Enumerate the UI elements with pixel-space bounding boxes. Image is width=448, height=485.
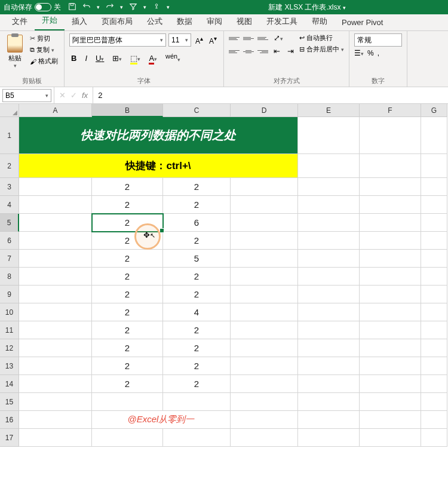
undo-icon[interactable] xyxy=(82,2,91,13)
format-painter-button[interactable]: 🖌格式刷 xyxy=(29,56,59,66)
cell[interactable] xyxy=(421,321,447,339)
cell[interactable] xyxy=(231,375,298,393)
number-format-select[interactable]: 常规 xyxy=(354,33,402,47)
tab-developer[interactable]: 开发工具 xyxy=(259,13,305,30)
decrease-indent-button[interactable]: ⇤ xyxy=(272,47,282,56)
cell[interactable] xyxy=(19,214,92,232)
tab-home[interactable]: 开始 xyxy=(35,11,65,30)
toggle-switch[interactable] xyxy=(35,3,51,11)
touch-mode-icon[interactable] xyxy=(152,2,161,13)
wrap-text-button[interactable]: ↩自动换行 xyxy=(299,33,344,42)
cell[interactable]: 6 xyxy=(163,214,231,232)
align-top-button[interactable] xyxy=(229,33,240,43)
row-header-11[interactable]: 11 xyxy=(0,321,19,339)
row-header-17[interactable]: 17 xyxy=(0,429,19,447)
tab-data[interactable]: 数据 xyxy=(170,13,200,30)
cell[interactable] xyxy=(163,393,231,411)
underline-button[interactable]: U▾ xyxy=(94,54,106,63)
spreadsheet-grid[interactable]: ABCDEFG 1快速对比两列数据的不同之处2快捷键：ctrl+\3224225… xyxy=(0,104,448,447)
cell[interactable] xyxy=(421,339,447,357)
cell[interactable]: 2 xyxy=(163,357,231,375)
cell[interactable] xyxy=(231,393,298,411)
cell[interactable]: 2 xyxy=(163,232,231,250)
cell[interactable] xyxy=(298,250,360,268)
cell[interactable] xyxy=(298,178,360,196)
cell[interactable] xyxy=(421,303,447,321)
cell[interactable] xyxy=(19,250,92,268)
align-right-button[interactable] xyxy=(257,47,268,56)
cell[interactable] xyxy=(360,250,421,268)
cancel-icon[interactable]: ✕ xyxy=(59,91,66,100)
cell[interactable] xyxy=(360,196,421,214)
cell[interactable] xyxy=(231,429,298,447)
cell[interactable] xyxy=(298,196,360,214)
merge-center-button[interactable]: ⊟合并后居中▾ xyxy=(299,45,344,54)
cell[interactable] xyxy=(231,250,298,268)
cell[interactable] xyxy=(231,303,298,321)
cell[interactable] xyxy=(231,178,298,196)
row-header-5[interactable]: 5 xyxy=(0,214,19,232)
autosave-toggle[interactable]: 自动保存 关 xyxy=(4,2,61,13)
comma-button[interactable]: , xyxy=(378,49,379,57)
align-center-button[interactable] xyxy=(243,47,254,56)
cell[interactable] xyxy=(360,357,421,375)
font-color-button[interactable]: A▾ xyxy=(147,54,159,63)
cell[interactable] xyxy=(163,429,231,447)
row-header-4[interactable]: 4 xyxy=(0,196,19,214)
cell[interactable] xyxy=(360,393,421,411)
cell[interactable] xyxy=(19,196,92,214)
cell[interactable]: 2 xyxy=(92,339,163,357)
cell[interactable]: 5 xyxy=(163,250,231,268)
paste-dropdown-icon[interactable]: ▾ xyxy=(14,63,17,69)
cell[interactable] xyxy=(360,117,421,154)
filter-dropdown-icon[interactable]: ▾ xyxy=(143,4,146,10)
cell[interactable]: 2 xyxy=(92,196,163,214)
cell[interactable]: 4 xyxy=(163,303,231,321)
increase-font-icon[interactable]: A▴ xyxy=(194,35,205,45)
column-header-E[interactable]: E xyxy=(298,104,360,117)
percent-button[interactable]: % xyxy=(367,49,374,57)
cell[interactable] xyxy=(298,232,360,250)
fx-icon[interactable]: fx xyxy=(82,91,88,100)
cell[interactable] xyxy=(360,375,421,393)
cell[interactable] xyxy=(19,268,92,286)
redo-dropdown-icon[interactable]: ▾ xyxy=(120,4,123,10)
redo-icon[interactable] xyxy=(106,2,114,13)
row-header-14[interactable]: 14 xyxy=(0,375,19,393)
title-cell[interactable]: 快速对比两列数据的不同之处 xyxy=(19,117,298,154)
row-header-6[interactable]: 6 xyxy=(0,232,19,250)
cell[interactable] xyxy=(360,268,421,286)
undo-dropdown-icon[interactable]: ▾ xyxy=(97,4,100,10)
cell[interactable] xyxy=(298,375,360,393)
row-header-9[interactable]: 9 xyxy=(0,286,19,303)
cell[interactable] xyxy=(421,232,447,250)
cell[interactable] xyxy=(360,154,421,178)
column-header-G[interactable]: G xyxy=(421,104,447,117)
cell[interactable] xyxy=(421,196,447,214)
cell[interactable] xyxy=(231,214,298,232)
cell[interactable]: 2 xyxy=(163,375,231,393)
cell[interactable] xyxy=(19,303,92,321)
cell[interactable] xyxy=(298,393,360,411)
select-all-corner[interactable] xyxy=(0,104,19,117)
row-header-7[interactable]: 7 xyxy=(0,250,19,268)
cell[interactable] xyxy=(421,268,447,286)
cell[interactable]: 2 xyxy=(163,196,231,214)
paste-button[interactable]: 粘贴 ▾ xyxy=(5,33,25,70)
cell[interactable] xyxy=(360,339,421,357)
cut-button[interactable]: ✂剪切 xyxy=(29,33,59,44)
italic-button[interactable]: I xyxy=(83,54,89,63)
cell[interactable] xyxy=(421,429,447,447)
tab-powerpivot[interactable]: Power Pivot xyxy=(335,14,390,30)
cell[interactable]: 2 xyxy=(92,268,163,286)
font-size-select[interactable]: 11▾ xyxy=(168,33,191,47)
cell[interactable]: 2 xyxy=(163,321,231,339)
tab-insert[interactable]: 插入 xyxy=(65,13,94,30)
align-middle-button[interactable] xyxy=(243,33,254,43)
cell[interactable]: 2 xyxy=(92,375,163,393)
row-header-10[interactable]: 10 xyxy=(0,303,19,321)
cell[interactable] xyxy=(360,178,421,196)
cell[interactable] xyxy=(92,393,163,411)
cell[interactable] xyxy=(19,321,92,339)
align-left-button[interactable] xyxy=(229,47,240,56)
